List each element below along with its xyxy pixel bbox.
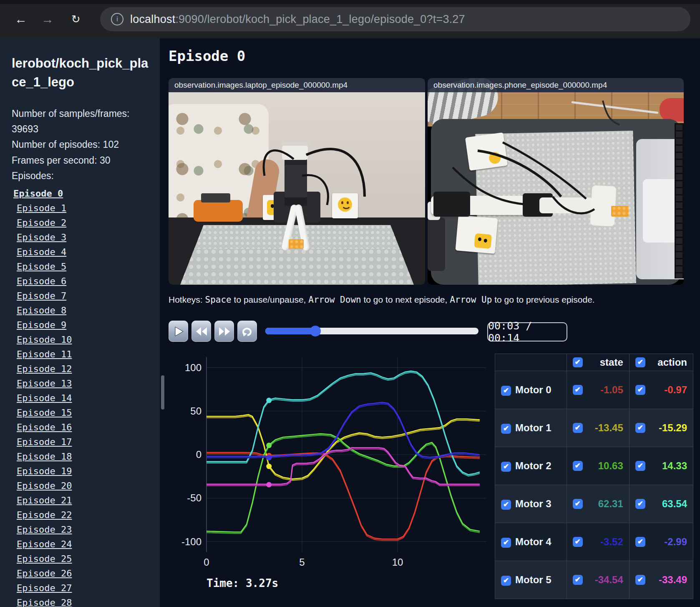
state-column-header: state xyxy=(600,357,623,368)
seek-slider[interactable] xyxy=(265,328,478,334)
state-checkbox[interactable]: ✔ xyxy=(573,499,583,509)
episode-link[interactable]: Episode 2 xyxy=(17,215,160,230)
scrollbar-thumb[interactable] xyxy=(161,375,164,410)
motor-name: Motor 0 xyxy=(515,384,551,395)
video-player-laptop[interactable]: observation.images.laptop_episode_000000… xyxy=(169,78,425,285)
episode-link[interactable]: Episode 17 xyxy=(17,435,160,449)
page-title: Episode 0 xyxy=(169,48,245,64)
action-value: -33.49 xyxy=(659,574,687,586)
episode-link[interactable]: Episode 28 xyxy=(17,595,160,607)
key-arrow-up: Arrow Up xyxy=(450,295,492,305)
episode-link[interactable]: Episode 4 xyxy=(17,245,160,259)
episode-link[interactable]: Episode 13 xyxy=(17,376,160,391)
episode-link[interactable]: Episode 10 xyxy=(17,332,160,347)
motor-row: ✔Motor 4✔-3.52✔-2.99 xyxy=(495,523,693,561)
motor-checkbox[interactable]: ✔ xyxy=(501,538,511,548)
state-checkbox[interactable]: ✔ xyxy=(573,461,583,471)
video-frame-laptop xyxy=(169,92,425,285)
episode-link[interactable]: Episode 26 xyxy=(17,566,160,581)
episode-link[interactable]: Episode 14 xyxy=(17,391,160,405)
action-checkbox[interactable]: ✔ xyxy=(635,385,645,395)
state-checkbox[interactable]: ✔ xyxy=(573,575,583,585)
motor-row: ✔Motor 0✔-1.05✔-0.97 xyxy=(495,371,693,409)
episode-link[interactable]: Episode 20 xyxy=(17,478,160,493)
url-text: localhost:9090/lerobot/koch_pick_place_1… xyxy=(130,13,465,26)
video-title-laptop: observation.images.laptop_episode_000000… xyxy=(169,78,425,92)
seek-slider-fill xyxy=(265,328,315,334)
motor-name: Motor 4 xyxy=(515,536,551,547)
reload-icon[interactable]: ↻ xyxy=(67,10,85,28)
episode-link[interactable]: Episode 3 xyxy=(17,230,160,245)
url-bar[interactable]: i localhost:9090/lerobot/koch_pick_place… xyxy=(100,7,690,31)
action-value: -15.29 xyxy=(659,422,687,434)
episode-link[interactable]: Episode 0 xyxy=(13,186,160,201)
state-value: -3.52 xyxy=(600,536,623,548)
episode-link[interactable]: Episode 1 xyxy=(17,201,160,215)
series-action-motor-0 xyxy=(206,453,480,539)
episode-link[interactable]: Episode 25 xyxy=(17,551,160,566)
action-checkbox[interactable]: ✔ xyxy=(635,461,645,471)
episode-link[interactable]: Episode 22 xyxy=(17,508,160,522)
motor-chart: -100-500501000510 xyxy=(179,353,492,568)
episode-link[interactable]: Episode 27 xyxy=(17,581,160,595)
episode-link[interactable]: Episode 6 xyxy=(17,274,160,288)
svg-text:5: 5 xyxy=(299,556,305,568)
svg-text:10: 10 xyxy=(392,556,403,568)
episode-link[interactable]: Episode 23 xyxy=(17,522,160,537)
episode-link[interactable]: Episode 18 xyxy=(17,449,160,464)
episode-link[interactable]: Episode 11 xyxy=(17,347,160,362)
action-checkbox[interactable]: ✔ xyxy=(635,423,645,433)
episode-link[interactable]: Episode 9 xyxy=(17,318,160,332)
motor-name: Motor 2 xyxy=(515,460,551,471)
svg-text:0: 0 xyxy=(196,449,201,460)
action-checkbox[interactable]: ✔ xyxy=(635,575,645,585)
action-checkbox[interactable]: ✔ xyxy=(635,537,645,547)
key-space: Space xyxy=(205,295,232,305)
motor-checkbox[interactable]: ✔ xyxy=(501,576,511,586)
current-time-marker xyxy=(266,482,272,488)
action-checkbox[interactable]: ✔ xyxy=(635,499,645,509)
action-column-checkbox[interactable]: ✔ xyxy=(635,357,645,367)
seek-slider-thumb[interactable] xyxy=(310,326,321,336)
play-button[interactable] xyxy=(169,321,188,342)
rewind-button[interactable] xyxy=(191,321,211,342)
episode-link[interactable]: Episode 7 xyxy=(17,288,160,303)
motor-name: Motor 3 xyxy=(515,498,551,509)
episode-link[interactable]: Episode 21 xyxy=(17,493,160,508)
episode-link[interactable]: Episode 8 xyxy=(17,303,160,318)
series-action-motor-2 xyxy=(206,434,480,532)
state-checkbox[interactable]: ✔ xyxy=(573,537,583,547)
episode-link[interactable]: Episode 16 xyxy=(17,420,160,435)
episode-link[interactable]: Episode 19 xyxy=(17,464,160,478)
stat-episodes: Number of episodes: 102 xyxy=(12,137,150,152)
dataset-title: lerobot/koch_pick_place_1_lego xyxy=(12,54,150,92)
motor-checkbox[interactable]: ✔ xyxy=(501,500,511,510)
motor-row: ✔Motor 1✔-13.45✔-15.29 xyxy=(495,409,693,447)
state-checkbox[interactable]: ✔ xyxy=(573,385,583,395)
state-checkbox[interactable]: ✔ xyxy=(573,423,583,433)
forward-icon[interactable]: → xyxy=(38,10,57,28)
fast-forward-button[interactable] xyxy=(214,321,234,342)
sidebar: lerobot/koch_pick_place_1_lego Number of… xyxy=(0,38,160,607)
motor-table: ✔state ✔action ✔Motor 0✔-1.05✔-0.97✔Moto… xyxy=(495,354,693,599)
motor-chart-container[interactable]: -100-500501000510 xyxy=(179,353,492,568)
episode-link[interactable]: Episode 12 xyxy=(17,362,160,376)
motor-checkbox[interactable]: ✔ xyxy=(501,386,511,396)
action-column-header: action xyxy=(657,357,687,368)
video-player-phone[interactable]: observation.images.phone_episode_000000.… xyxy=(428,78,684,285)
action-value: 14.33 xyxy=(662,460,687,472)
site-info-icon[interactable]: i xyxy=(111,13,123,25)
current-time-marker xyxy=(266,464,272,469)
state-value: 10.63 xyxy=(598,460,623,472)
video-title-phone: observation.images.phone_episode_000000.… xyxy=(428,78,684,92)
motor-checkbox[interactable]: ✔ xyxy=(501,462,511,472)
episode-link[interactable]: Episode 15 xyxy=(17,405,160,420)
state-value: -13.45 xyxy=(595,422,623,434)
loop-button[interactable] xyxy=(237,321,257,342)
back-icon[interactable]: ← xyxy=(12,10,30,28)
episode-link[interactable]: Episode 5 xyxy=(17,259,160,274)
state-column-checkbox[interactable]: ✔ xyxy=(573,357,583,367)
key-arrow-down: Arrow Down xyxy=(308,295,361,305)
motor-checkbox[interactable]: ✔ xyxy=(501,424,511,434)
episode-link[interactable]: Episode 24 xyxy=(17,537,160,551)
